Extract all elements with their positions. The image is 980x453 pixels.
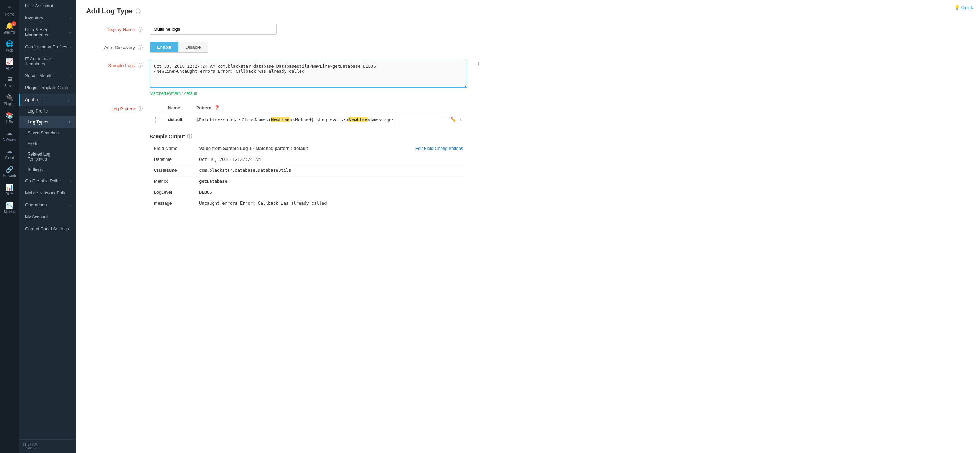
config-profiles-label: Configuration Profiles bbox=[25, 45, 67, 49]
submenu-log-profile[interactable]: Log Profile bbox=[19, 106, 76, 116]
quick-label: Quick bbox=[961, 5, 973, 10]
sidebar-item-control-panel[interactable]: Control Panel Settings bbox=[19, 223, 76, 235]
sidebar-icon-home[interactable]: ⌂ Home bbox=[0, 2, 19, 19]
control-panel-label: Control Panel Settings bbox=[25, 227, 69, 231]
sidebar-item-server-monitor[interactable]: Server Monitor › bbox=[19, 70, 76, 82]
rum-icon: 📊 bbox=[6, 183, 13, 191]
pattern-value-cell: $Datetime:date$ $ClassName$<NewLine>$Met… bbox=[192, 113, 446, 127]
field-name-datetime: Datetime bbox=[150, 154, 195, 165]
title-info-icon[interactable]: ⓘ bbox=[135, 8, 140, 14]
table-row: ▲ ▼ default $Datetime:date$ $ClassName$<… bbox=[150, 113, 468, 127]
table-row: Datetime Oct 30, 2018 12:27:24 AM bbox=[150, 154, 468, 165]
sample-output-container: Sample Output ⓘ Field Name Value from Sa… bbox=[150, 134, 468, 209]
sort-up-icon[interactable]: ▲ bbox=[154, 116, 158, 119]
text-sidebar: Help Assistant Inventory › User & Alert … bbox=[19, 0, 76, 453]
config-profiles-arrow: › bbox=[70, 45, 71, 49]
disable-button[interactable]: Disable bbox=[178, 42, 208, 52]
metrics-label: Metrics bbox=[4, 210, 15, 214]
sidebar-icon-network[interactable]: 🔗 Network bbox=[0, 163, 19, 181]
sample-logs-textarea[interactable]: Oct 30, 2018 12:27:24 AM com.blackstar.d… bbox=[150, 60, 468, 88]
cloud-label: Cloud bbox=[5, 156, 14, 160]
field-value-datetime: Oct 30, 2018 12:27:24 AM bbox=[195, 154, 387, 165]
matched-pattern: Matched Pattern : default bbox=[150, 91, 468, 96]
log-pattern-label: Log Pattern ⓘ bbox=[86, 103, 143, 112]
alarms-badge: 7 bbox=[11, 21, 16, 26]
display-name-info-icon[interactable]: ⓘ bbox=[138, 27, 143, 32]
apm-icon: 📈 bbox=[6, 58, 13, 66]
field-name-loglevel: LogLevel bbox=[150, 187, 195, 198]
table-row: message Uncaught errors Error: Callback … bbox=[150, 198, 468, 209]
sort-arrows: ▲ ▼ bbox=[154, 116, 158, 124]
pattern-table-wrapper: Name Pattern ❓ ▲ bbox=[150, 103, 468, 209]
sidebar-icon-kbs[interactable]: 📚 KBs bbox=[0, 109, 19, 127]
sidebar-item-plugin-template[interactable]: Plugin Template Config bbox=[19, 82, 76, 94]
sidebar-item-config-profiles[interactable]: Configuration Profiles › bbox=[19, 41, 76, 53]
auto-discovery-info-icon[interactable]: ⓘ bbox=[138, 45, 143, 50]
sidebar-icon-plugins[interactable]: 🔌 Plugins bbox=[0, 91, 19, 109]
log-pattern-info-icon[interactable]: ⓘ bbox=[138, 106, 143, 111]
it-automation-label: IT Automation Templates bbox=[25, 56, 71, 66]
auto-discovery-toggle: Enable Disable bbox=[150, 41, 208, 52]
pattern-action-icons: ✏️ + bbox=[450, 117, 463, 122]
sample-logs-info-icon[interactable]: ⓘ bbox=[138, 62, 143, 68]
sample-logs-label: Sample Logs ⓘ bbox=[86, 60, 143, 69]
server-monitor-arrow: › bbox=[70, 74, 71, 78]
submenu-saved-searches[interactable]: Saved Searches bbox=[19, 128, 76, 138]
sidebar-menu: Help Assistant Inventory › User & Alert … bbox=[19, 0, 76, 439]
applogs-arrow: ⌄ bbox=[68, 98, 71, 102]
plugins-label: Plugins bbox=[4, 102, 16, 106]
sidebar-icon-web[interactable]: 🌐 Web bbox=[0, 37, 19, 55]
sample-logs-add-button[interactable]: + bbox=[474, 60, 483, 68]
sidebar-icon-metrics[interactable]: 📉 Metrics bbox=[0, 199, 19, 217]
sidebar-icon-server[interactable]: 🖥 Server bbox=[0, 73, 19, 91]
pattern-help-icon[interactable]: ❓ bbox=[214, 105, 220, 110]
sidebar-item-mobile-network[interactable]: Mobile Network Poller bbox=[19, 187, 76, 199]
sidebar-icon-rum[interactable]: 📊 RUM bbox=[0, 181, 19, 199]
inventory-arrow: › bbox=[70, 16, 71, 20]
sidebar-item-help-assistant[interactable]: Help Assistant bbox=[19, 0, 76, 12]
submenu-related-log-templates[interactable]: Related Log Templates bbox=[19, 149, 76, 164]
sidebar-item-user-alert[interactable]: User & Alert Management › bbox=[19, 24, 76, 41]
sort-down-icon[interactable]: ▼ bbox=[154, 119, 158, 124]
sidebar-item-on-premise[interactable]: On-Premise Poller › bbox=[19, 175, 76, 187]
plugin-template-label: Plugin Template Config bbox=[25, 85, 70, 90]
log-types-plus-icon[interactable]: + bbox=[68, 119, 71, 125]
edit-field-config-link[interactable]: Edit Field Configurations bbox=[387, 143, 468, 154]
sidebar-item-it-automation[interactable]: IT Automation Templates bbox=[19, 53, 76, 70]
field-value-message: Uncaught errors Error: Callback was alre… bbox=[195, 198, 387, 209]
sidebar-icon-alarms[interactable]: 🔔 7 Alarms bbox=[0, 19, 19, 37]
sidebar-icon-apm[interactable]: 📈 APM bbox=[0, 55, 19, 73]
quick-link[interactable]: 💡 Quick bbox=[954, 5, 973, 10]
enable-button[interactable]: Enable bbox=[150, 42, 178, 52]
submenu-settings[interactable]: Settings bbox=[19, 164, 76, 175]
settings-label: Settings bbox=[27, 167, 43, 172]
add-pattern-icon[interactable]: + bbox=[459, 117, 462, 122]
table-row: LogLevel DEBUG bbox=[150, 187, 468, 198]
sidebar-icon-cloud[interactable]: ☁ Cloud bbox=[0, 145, 19, 163]
table-row: Method getDatabase bbox=[150, 176, 468, 187]
sidebar-item-operations[interactable]: Operations › bbox=[19, 199, 76, 211]
home-icon: ⌂ bbox=[8, 4, 12, 12]
user-alert-label: User & Alert Management bbox=[25, 27, 70, 37]
vmware-icon: ☁ bbox=[6, 129, 13, 137]
display-name-input[interactable] bbox=[150, 24, 277, 35]
date-display: 9 Nov, 23 bbox=[22, 446, 72, 450]
sidebar-item-applogs[interactable]: AppLogs ⌄ bbox=[19, 94, 76, 106]
operations-arrow: › bbox=[70, 203, 71, 207]
newline-highlight-2: NewLine bbox=[348, 117, 368, 122]
icon-sidebar: ⌂ Home 🔔 7 Alarms 🌐 Web 📈 APM 🖥 Server 🔌… bbox=[0, 0, 19, 453]
on-premise-arrow: › bbox=[70, 179, 71, 183]
edit-pattern-icon[interactable]: ✏️ bbox=[450, 117, 457, 122]
field-name-classname: ClassName bbox=[150, 165, 195, 176]
submenu-alerts[interactable]: Alerts bbox=[19, 138, 76, 149]
applogs-label: AppLogs bbox=[25, 97, 42, 102]
submenu-log-types[interactable]: Log Types + bbox=[19, 116, 76, 128]
quick-icon: 💡 bbox=[954, 5, 960, 10]
plugins-icon: 🔌 bbox=[6, 94, 13, 101]
sidebar-item-inventory[interactable]: Inventory › bbox=[19, 12, 76, 24]
mobile-network-label: Mobile Network Poller bbox=[25, 191, 68, 196]
help-assistant-label: Help Assistant bbox=[25, 3, 53, 8]
sample-output-info-icon[interactable]: ⓘ bbox=[187, 134, 192, 140]
sidebar-icon-vmware[interactable]: ☁ VMware bbox=[0, 127, 19, 145]
sidebar-item-my-account[interactable]: My Account bbox=[19, 211, 76, 223]
